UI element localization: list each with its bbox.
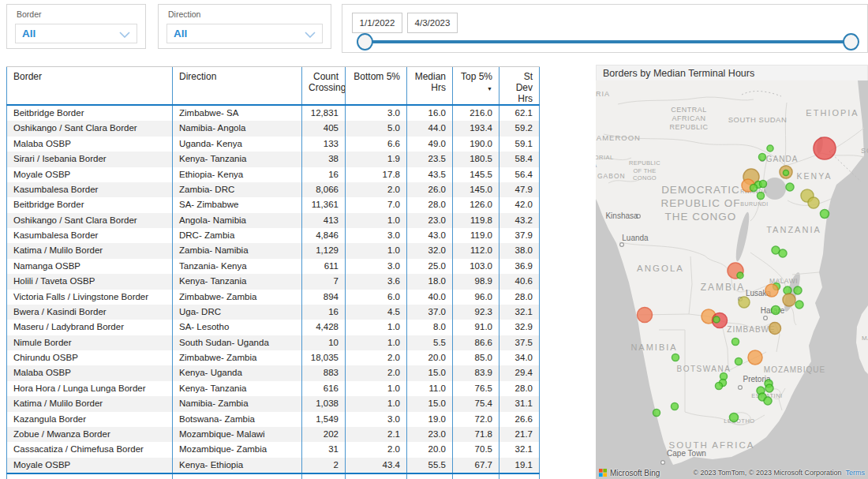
table-row[interactable]: Malaba OSBPUganda- Kenya1336.649.0190.05… [6,137,540,152]
table-row[interactable]: Oshikango / Sant Clara BorderNamibia- An… [6,121,540,136]
direction-filter-dropdown[interactable]: All [166,24,323,43]
table-cell-border: Oshikango / Sant Clara Border [6,121,172,136]
table-cell-stdev: 62.1 [499,106,540,121]
table-row[interactable]: Sirari / Isebania BorderKenya- Tanzania3… [6,152,540,167]
table-cell-direction: Tanzania- Kenya [172,259,301,274]
table-row[interactable]: Hora Hora / Lunga Lunga BorderKenya- Tan… [6,381,540,396]
table-row[interactable]: Holili / Taveta OSBPKenya- Tanzania73.61… [6,274,540,289]
map-bubble[interactable] [814,137,836,159]
column-header-border[interactable]: Border [6,67,172,104]
table-row[interactable]: Oshikango / Sant Clara BorderAngola- Nam… [6,213,540,228]
map-bubble[interactable] [783,294,795,306]
map-bubble[interactable] [769,323,781,335]
map-bubble[interactable] [672,354,679,361]
map-bubble[interactable] [732,339,739,346]
table-cell-direction: Mozambique- Zambia [172,442,301,457]
map-bubble[interactable] [784,170,789,176]
map-bubble[interactable] [765,384,773,392]
border-filter-dropdown[interactable]: All [15,24,137,43]
table-row[interactable]: Beitbridge BorderZimbabwe- SA12,8313.016… [6,106,540,121]
map-bubble[interactable] [760,181,767,188]
map-bubble[interactable] [713,316,720,323]
map-bubble[interactable] [737,272,743,279]
map-bubble[interactable] [795,301,803,309]
table-cell-count: 16 [301,305,345,320]
country-label-zimbabwe: ZIMBABWE [727,325,775,334]
map-bubble[interactable] [638,308,653,323]
map-bubble[interactable] [750,185,758,192]
sort-desc-icon: ▼ [459,84,492,95]
table-cell-border: Moyale OSBP [6,458,172,473]
table-row[interactable]: Maseru / Ladybrand BorderSA- Lesotho4,42… [6,320,540,335]
table-row[interactable]: Victoria Falls / Livingstone BorderZimba… [6,290,540,305]
city-dot-pretoria [739,386,743,390]
column-header-top-5[interactable]: Top 5%▼ [452,67,499,104]
table-row[interactable]: Cassacatiza / Chimefusa BorderMozambique… [6,442,540,457]
city-label-luanda: Luanda [622,234,649,242]
table-row[interactable]: Namanga OSBPTanzania- Kenya6113.025.0103… [6,259,540,274]
table-cell-top: 216.0 [452,106,499,121]
date-start-input[interactable]: 1/1/2022 [352,13,402,33]
map-bubble[interactable] [672,403,679,410]
column-header-count-crossings[interactable]: Count Crossings [301,67,345,104]
map-bubble[interactable] [739,297,750,308]
table-cell-border: Malaba OSBP [6,137,172,152]
column-header-bottom-5[interactable]: Bottom 5% [345,67,406,104]
table-row[interactable]: Moyale OSBPEthiopia- Kenya1617.843.5145.… [6,167,540,182]
table-cell-top: 103.0 [452,259,499,274]
map-bubble[interactable] [794,286,802,294]
table-row[interactable]: Moyale OSBPKenya- Ethiopia243.455.567.71… [6,458,540,473]
table-cell-median: 18.0 [406,274,452,289]
table-cell-median: 23.0 [406,427,452,442]
table-cell-stdev: 19.1 [499,458,540,473]
table-row[interactable]: Malaba OSBPKenya- Uganda8832.015.083.929… [6,365,540,380]
column-header-median-hrs[interactable]: Median Hrs [406,67,452,104]
table-row[interactable]: Nimule BorderSouth Sudan- Uganda101.05.5… [6,335,540,350]
column-header-st-dev-hrs[interactable]: St Dev Hrs [499,67,540,104]
map-bubble[interactable] [772,306,780,315]
table-cell-direction: Mozambique- Malawi [172,427,301,442]
country-label-central-african-republic: CENTRALAFRICANREPUBLIC [669,106,708,131]
map-bubble[interactable] [759,154,766,161]
map-bubble[interactable] [748,350,762,365]
table-cell-top: 67.7 [452,458,499,473]
date-slider-handle-end[interactable] [843,33,859,51]
table-cell-top: 92.3 [452,305,499,320]
table-row[interactable]: Katima / Mulilo BorderZambia- Namibia1,1… [6,243,540,258]
bing-logo[interactable]: Microsoft Bing [599,469,660,477]
table-row[interactable]: Bwera / Kasindi BorderUga- DRC164.537.09… [6,305,540,320]
map-bubble[interactable] [779,249,787,257]
map-bubble[interactable] [765,284,778,297]
table-cell-stdev: 28.0 [499,381,540,396]
table-row[interactable]: Kasumbalesa BorderZambia- DRC8,0662.026.… [6,182,540,197]
map-bubble[interactable] [764,397,772,405]
table-cell-top: 119.0 [452,228,499,243]
map-bubble[interactable] [716,383,723,390]
map-canvas[interactable]: NIGERIACAMEROONCENTRALAFRICANREPUBLICSOU… [596,80,868,479]
table-cell-direction: Kenya- Tanzania [172,381,301,396]
date-slider-handle-start[interactable] [357,33,373,51]
table-cell-direction: Botswana- Zambia [172,412,301,427]
map-bubble[interactable] [786,183,794,191]
table-row[interactable]: Kazangula BorderBotswana- Zambia1,5493.0… [6,412,540,427]
table-total-row[interactable]: Total 343,789 1.0 5.0 53.0 26.4 [6,473,540,479]
date-end-input[interactable]: 4/3/2023 [407,13,458,33]
map-bubble[interactable] [735,358,743,365]
map-bubble[interactable] [808,197,819,208]
map-bubble[interactable] [821,210,829,219]
date-slider-track[interactable] [365,40,850,43]
direction-filter-card: Direction All [158,4,331,49]
map-bubble[interactable] [758,193,765,200]
table-row[interactable]: Beitbridge BorderSA- Zimbabwe11,3617.028… [6,197,540,212]
terms-link[interactable]: Terms [846,469,866,477]
table-row[interactable]: Kasumbalesa BorderDRC- Zambia4,8463.043.… [6,228,540,243]
column-header-direction[interactable]: Direction [172,67,301,104]
country-label-kenya: KENYA [797,171,832,181]
table-row[interactable]: Zobue / Mwanza BorderMozambique- Malawi2… [6,427,540,442]
map-bubble[interactable] [730,414,739,422]
map-bubble[interactable] [767,145,773,152]
map-bubble[interactable] [653,410,660,417]
table-cell-stdev: 32.1 [499,305,540,320]
table-row[interactable]: Chirundu OSBPZimbabwe- Zambia18,0352.020… [6,350,540,365]
table-row[interactable]: Katima / Mulilo BorderNamibia- Zambia1,0… [6,396,540,411]
